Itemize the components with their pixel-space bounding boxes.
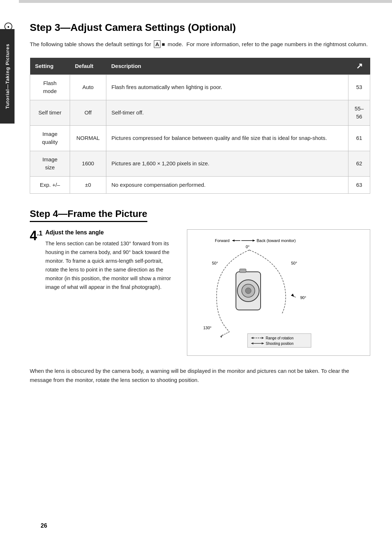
cell-setting: Flashmode bbox=[30, 74, 70, 100]
mode-icon-camera: ■ bbox=[162, 41, 165, 47]
cell-description: Pictures compressed for balance between … bbox=[106, 125, 348, 151]
table-row: Self timerOffSelf-timer off.55–56 bbox=[30, 100, 370, 125]
step3-heading: Step 3—Adjust Camera Settings (Optional) bbox=[30, 22, 370, 33]
legend-shooting-label: Shooting position bbox=[266, 342, 294, 346]
settings-table: Setting Default Description ↗ FlashmodeA… bbox=[30, 58, 370, 194]
viewfinder bbox=[240, 269, 246, 273]
cell-description: Pictures are 1,600 × 1,200 pixels in siz… bbox=[106, 151, 348, 176]
label-0deg: 0° bbox=[246, 245, 250, 249]
lens-diagram: Forward Back (toward monitor) 0° 50° 50° bbox=[187, 229, 370, 356]
label-forward: Forward bbox=[215, 238, 229, 243]
col-header-page: ↗ bbox=[348, 58, 370, 75]
substep-title: Adjust the lens angle bbox=[45, 229, 176, 236]
cell-setting: Exp. +/– bbox=[30, 176, 70, 194]
page-number: 26 bbox=[41, 523, 47, 529]
step3-intro: The following table shows the default se… bbox=[30, 40, 370, 49]
lens-center bbox=[245, 288, 251, 294]
col-header-default: Default bbox=[70, 58, 106, 75]
svg-marker-3 bbox=[253, 239, 255, 242]
cell-page: 53 bbox=[348, 74, 370, 100]
cell-page: 63 bbox=[348, 176, 370, 194]
label-130deg: 130° bbox=[203, 326, 212, 330]
label-50-right: 50° bbox=[291, 261, 297, 265]
table-row: ImagequalityNORMALPictures compressed fo… bbox=[30, 125, 370, 151]
step4-bottom-text: When the lens is obscured by the camera … bbox=[30, 367, 370, 385]
cell-page: 62 bbox=[348, 151, 370, 176]
cell-default: Auto bbox=[70, 74, 106, 100]
cell-page: 55–56 bbox=[348, 100, 370, 125]
label-50-left: 50° bbox=[212, 261, 218, 265]
lens-diagram-svg: Forward Back (toward monitor) 0° 50° 50° bbox=[193, 235, 317, 348]
label-90deg: 90° bbox=[300, 295, 306, 300]
cell-description: Flash fires automatically when lighting … bbox=[106, 74, 348, 100]
cell-default: NORMAL bbox=[70, 125, 106, 151]
cell-setting: Self timer bbox=[30, 100, 70, 125]
sidebar: ● Tutorial—Taking Pictures bbox=[0, 0, 19, 540]
main-content: Step 3—Adjust Camera Settings (Optional)… bbox=[19, 0, 392, 540]
step4-heading: Step 4—Frame the Picture bbox=[30, 208, 147, 222]
svg-marker-1 bbox=[232, 239, 234, 242]
cell-description: Self-timer off. bbox=[106, 100, 348, 125]
substep-number: 4 bbox=[30, 229, 37, 242]
substep-4-1: 4.1 Adjust the lens angle The lens secti… bbox=[30, 229, 370, 356]
mode-icon-a: A bbox=[154, 40, 161, 48]
table-row: FlashmodeAutoFlash fires automatically w… bbox=[30, 74, 370, 100]
sidebar-label: Tutorial—Taking Pictures bbox=[5, 44, 10, 109]
cell-setting: Imagequality bbox=[30, 125, 70, 151]
col-header-setting: Setting bbox=[30, 58, 70, 75]
substep-body: The lens section can be rotated 130° for… bbox=[45, 239, 176, 292]
col-header-description: Description bbox=[106, 58, 348, 75]
cell-page: 61 bbox=[348, 125, 370, 151]
intro-text-before: The following table shows the default se… bbox=[30, 41, 151, 47]
cell-description: No exposure compensation performed. bbox=[106, 176, 348, 194]
substep-text-column: Adjust the lens angle The lens section c… bbox=[45, 229, 176, 292]
sidebar-tab: Tutorial—Taking Pictures bbox=[0, 29, 15, 124]
cell-default: Off bbox=[70, 100, 106, 125]
legend-range-label: Range of rotation bbox=[266, 336, 294, 340]
label-back: Back (toward monitor) bbox=[257, 238, 296, 243]
substep-sup: .1 bbox=[37, 230, 42, 237]
table-row: Imagesize1600Pictures are 1,600 × 1,200 … bbox=[30, 151, 370, 176]
table-row: Exp. +/–±0No exposure compensation perfo… bbox=[30, 176, 370, 194]
cell-setting: Imagesize bbox=[30, 151, 70, 176]
cell-default: 1600 bbox=[70, 151, 106, 176]
cell-default: ±0 bbox=[70, 176, 106, 194]
